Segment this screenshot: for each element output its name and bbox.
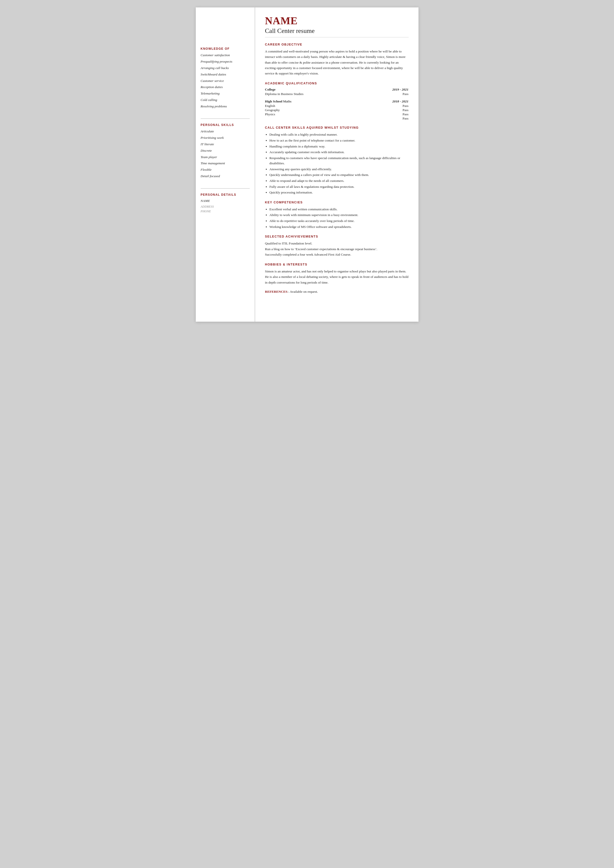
personal-skill-item: IT literate: [201, 142, 250, 147]
personal-skill-item: Time management: [201, 161, 250, 166]
personal-details-title: PERSONAL DETAILS: [201, 193, 250, 197]
personal-skills-section: PERSONAL SKILLS ArticulatePrioritising w…: [201, 123, 250, 180]
qual-hs-english: English: [265, 104, 275, 108]
call-center-skill-item: Fully aware of all laws & regulations re…: [270, 184, 409, 189]
knowledge-item: Arranging call backs: [201, 66, 250, 71]
call-center-skill-item: Handling complaints in a diplomatic way.: [270, 144, 409, 149]
call-center-skills-heading: CALL CENTER SKILLS AQUIRED WHILST STUDYI…: [265, 126, 409, 129]
achievements-heading: SELECTED ACHIVIEVEMENTS: [265, 235, 409, 238]
resume-page: KNOWLEDGE OF Customer satisfactionPrequa…: [196, 8, 419, 322]
main-content: NAME Call Center resume CAREER OBJECTIVE…: [255, 8, 419, 322]
call-center-skill-item: Quickly understanding a callers point of…: [270, 172, 409, 178]
career-objective-text: A committed and well-motivated young per…: [265, 49, 409, 76]
call-center-skill-item: How to act as the first point of telepho…: [270, 138, 409, 143]
qual-hs-physics: Physics: [265, 112, 275, 116]
knowledge-item: Customer service: [201, 79, 250, 84]
key-competency-item: Working knowledge of MS Office software …: [270, 224, 409, 229]
knowledge-item: Customer satisfaction: [201, 53, 250, 57]
key-competencies-list: Excellent verbal and written communicati…: [270, 207, 409, 229]
references-line: REFERENCES– Available on request.: [265, 290, 409, 294]
qual-college-result: Pass: [402, 92, 408, 96]
resume-name: NAME: [265, 15, 409, 27]
call-center-skills-list: Dealing with calls in a highly professio…: [270, 132, 409, 195]
knowledge-of-title: KNOWLEDGE OF: [201, 47, 250, 51]
qual-hs-year: 2018 - 2021: [392, 99, 408, 104]
knowledge-item: Switchboard duties: [201, 72, 250, 77]
key-competency-item: Able to do repetitive tasks accurately o…: [270, 218, 409, 224]
qual-college-label: College: [265, 88, 276, 91]
call-center-skill-item: Able to respond and adapt to the needs o…: [270, 178, 409, 184]
sidebar-divider-2: [201, 188, 250, 189]
personal-skill-item: Team player: [201, 155, 250, 160]
qual-college: College 2019 - 2021 Diploma in Business …: [265, 88, 409, 96]
personal-skill-item: Prioritising work: [201, 136, 250, 140]
knowledge-item: Cold calling: [201, 98, 250, 102]
call-center-skill-item: Quickly processing information.: [270, 190, 409, 195]
call-center-skill-item: Responding to customers who have special…: [270, 155, 409, 166]
qual-college-subject: Diploma in Business Studies: [265, 92, 304, 96]
personal-skill-item: Flexible: [201, 167, 250, 172]
personal-skill-item: Articulate: [201, 129, 250, 134]
personal-skill-item: Detail focused: [201, 174, 250, 179]
career-objective-heading: CAREER OBJECTIVE: [265, 43, 409, 46]
knowledge-of-section: KNOWLEDGE OF Customer satisfactionPrequa…: [201, 47, 250, 111]
key-competencies-heading: KEY COMPETENCIES: [265, 201, 409, 204]
academic-qualifications-heading: ACADEMIC QUALIFICATIONS: [265, 82, 409, 85]
references-label: REFERENCES: [265, 290, 288, 293]
personal-details-addr: ADDRESS PHONE: [201, 205, 250, 214]
call-center-skill-item: Dealing with calls in a highly professio…: [270, 132, 409, 137]
qual-college-year: 2019 - 2021: [392, 88, 408, 91]
call-center-skill-item: Answering any queries quickly and effici…: [270, 166, 409, 172]
qual-hs-geography: Geography: [265, 108, 280, 112]
personal-details-section: PERSONAL DETAILS NAME ADDRESS PHONE: [201, 193, 250, 214]
personal-skills-title: PERSONAL SKILLS: [201, 123, 250, 127]
references-text: – Available on request.: [287, 290, 318, 293]
knowledge-item: Telemarketing: [201, 91, 250, 96]
knowledge-item: Reception duties: [201, 85, 250, 90]
sidebar: KNOWLEDGE OF Customer satisfactionPrequa…: [196, 8, 255, 322]
key-competency-item: Ability to work with minimum supervision…: [270, 212, 409, 218]
knowledge-item: Prequalifying prospects: [201, 59, 250, 64]
qual-hs-label: High School Maths: [265, 99, 291, 104]
call-center-skill-item: Accurately updating customer records wit…: [270, 149, 409, 155]
phone-text: PHONE: [201, 209, 211, 213]
personal-skill-item: Discrete: [201, 149, 250, 153]
qual-highschool: High School Maths 2018 - 2021 EnglishPas…: [265, 99, 409, 121]
personal-details-name: NAME: [201, 199, 250, 203]
achievements-text: Qualified to ITIL Foundation level.Run a…: [265, 241, 409, 257]
hobbies-text: Simon is an amateur actor, and has not o…: [265, 269, 409, 285]
resume-title: Call Center resume: [265, 27, 409, 37]
address-text: ADDRESS: [201, 205, 214, 208]
knowledge-item: Resolving problems: [201, 104, 250, 109]
key-competency-item: Excellent verbal and written communicati…: [270, 207, 409, 212]
hobbies-heading: HOBBIES & INTERESTS: [265, 263, 409, 266]
